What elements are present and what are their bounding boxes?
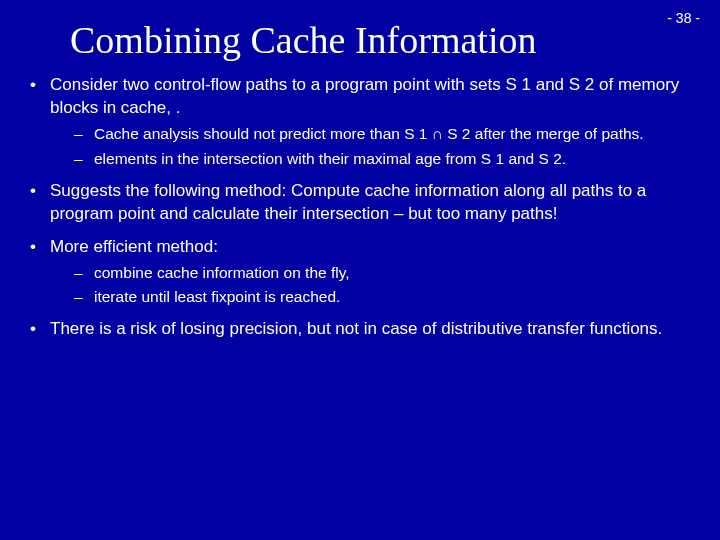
bullet-text: Cache analysis should not predict more t… [94, 125, 644, 142]
slide-title: Combining Cache Information [70, 18, 720, 62]
list-item: combine cache information on the fly, [74, 263, 692, 284]
list-item: Consider two control-flow paths to a pro… [28, 74, 692, 170]
bullet-text: Suggests the following method: Compute c… [50, 181, 646, 223]
list-item: More efficient method: combine cache inf… [28, 236, 692, 309]
list-item: Suggests the following method: Compute c… [28, 180, 692, 226]
bullet-text: iterate until least fixpoint is reached. [94, 288, 340, 305]
sub-bullet-list: Cache analysis should not predict more t… [74, 124, 692, 170]
list-item: elements in the intersection with their … [74, 149, 692, 170]
slide-content: Consider two control-flow paths to a pro… [0, 74, 720, 341]
bullet-text: More efficient method: [50, 237, 218, 256]
list-item: There is a risk of losing precision, but… [28, 318, 692, 341]
list-item: Cache analysis should not predict more t… [74, 124, 692, 145]
page-number: - 38 - [667, 10, 700, 26]
sub-bullet-list: combine cache information on the fly, it… [74, 263, 692, 309]
bullet-text: elements in the intersection with their … [94, 150, 566, 167]
bullet-text: Consider two control-flow paths to a pro… [50, 75, 679, 117]
list-item: iterate until least fixpoint is reached. [74, 287, 692, 308]
bullet-list: Consider two control-flow paths to a pro… [28, 74, 692, 341]
bullet-text: There is a risk of losing precision, but… [50, 319, 662, 338]
bullet-text: combine cache information on the fly, [94, 264, 350, 281]
